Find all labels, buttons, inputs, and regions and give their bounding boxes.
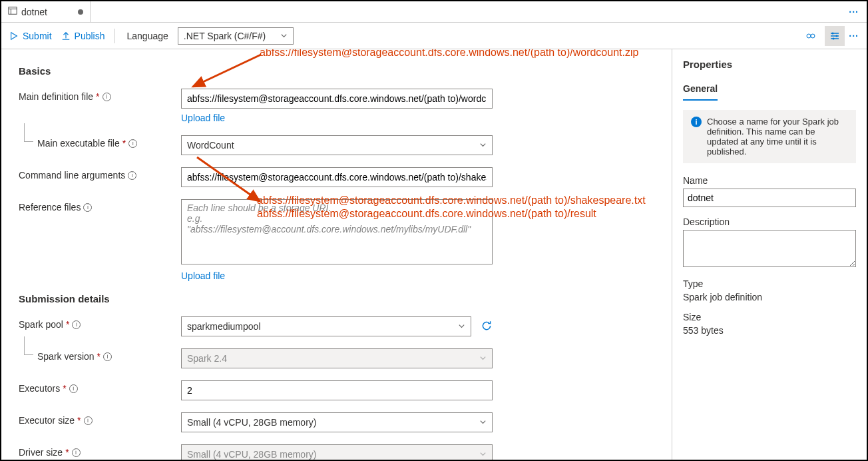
executor-size-label: Executor size*i xyxy=(19,412,181,426)
executor-size-select[interactable]: Small (4 vCPU, 28GB memory) xyxy=(181,412,493,432)
tab-overflow-menu[interactable]: ··· xyxy=(841,7,867,17)
info-icon: i xyxy=(691,117,702,127)
spark-version-label: Spark version*i xyxy=(19,348,181,362)
main-executable-file-label: Main executable file*i xyxy=(19,135,181,149)
info-icon[interactable]: i xyxy=(69,384,78,393)
spark-pool-select[interactable]: sparkmediumpool xyxy=(181,316,471,336)
info-icon[interactable]: i xyxy=(128,171,136,180)
description-textarea[interactable] xyxy=(683,230,856,267)
description-label: Description xyxy=(683,217,856,227)
info-icon[interactable]: i xyxy=(103,352,112,361)
svg-rect-0 xyxy=(9,7,17,15)
upload-file-link[interactable]: Upload file xyxy=(181,113,225,123)
toolbar: Submit Publish Language .NET Spark (C#/F… xyxy=(1,23,867,49)
svg-point-6 xyxy=(832,32,834,34)
command-line-arguments-input[interactable] xyxy=(181,167,493,187)
info-icon[interactable]: i xyxy=(84,416,93,425)
main-executable-file-select[interactable]: WordCount xyxy=(181,135,493,155)
spark-pool-label: Spark pool*i xyxy=(19,316,181,330)
type-value: Spark job definition xyxy=(683,292,856,302)
executors-input[interactable] xyxy=(181,380,493,400)
main-definition-file-input[interactable] xyxy=(181,89,493,109)
tab-title: dotnet xyxy=(21,7,47,17)
chevron-down-icon xyxy=(479,449,487,460)
command-line-arguments-label: Command line argumentsi xyxy=(19,167,181,181)
reference-files-label: Reference filesi xyxy=(19,199,181,213)
chevron-down-icon xyxy=(280,31,288,41)
tab-bar: dotnet ··· xyxy=(1,1,867,23)
svg-marker-3 xyxy=(11,32,17,39)
name-label: Name xyxy=(683,175,856,186)
submission-heading: Submission details xyxy=(19,293,654,304)
info-icon[interactable]: i xyxy=(72,320,81,329)
svg-point-7 xyxy=(836,35,838,37)
publish-button[interactable]: Publish xyxy=(61,31,105,41)
svg-point-5 xyxy=(811,34,815,38)
submit-button[interactable]: Submit xyxy=(9,31,52,41)
svg-point-8 xyxy=(833,37,835,39)
executors-label: Executors*i xyxy=(19,380,181,394)
tab-general[interactable]: General xyxy=(683,79,718,101)
spark-job-icon xyxy=(8,6,17,17)
reference-files-textarea[interactable] xyxy=(181,199,493,264)
spark-version-select: Spark 2.4 xyxy=(181,348,493,368)
upload-file-link-2[interactable]: Upload file xyxy=(181,270,225,281)
chevron-down-icon xyxy=(479,353,487,364)
more-menu[interactable]: ··· xyxy=(849,31,859,41)
properties-toggle-button[interactable] xyxy=(825,26,845,46)
basics-heading: Basics xyxy=(19,65,654,77)
properties-panel: Properties General i Choose a name for y… xyxy=(672,49,867,460)
name-input[interactable] xyxy=(683,189,856,207)
svg-point-4 xyxy=(807,34,811,38)
properties-title: Properties xyxy=(683,59,856,70)
driver-size-select: Small (4 vCPU, 28GB memory) xyxy=(181,444,493,460)
annotation-text: abfss://filesystem@storageaccount.dfs.co… xyxy=(260,49,638,59)
main-definition-file-label: Main definition file*i xyxy=(19,89,181,102)
chevron-down-icon xyxy=(458,321,465,332)
refresh-button[interactable] xyxy=(481,320,493,334)
info-banner: i Choose a name for your Spark job defin… xyxy=(683,110,856,163)
language-select[interactable]: .NET Spark (C#/F#) xyxy=(178,27,294,45)
driver-size-label: Driver size*i xyxy=(19,444,181,458)
chevron-down-icon xyxy=(479,417,487,428)
type-label: Type xyxy=(683,278,856,289)
unsaved-indicator-icon xyxy=(78,9,83,15)
chevron-down-icon xyxy=(479,140,487,151)
size-value: 553 bytes xyxy=(683,325,856,336)
document-tab[interactable]: dotnet xyxy=(1,1,91,22)
info-icon[interactable]: i xyxy=(83,203,92,212)
form-area: Basics Main definition file*i Upload fil… xyxy=(1,49,672,460)
view-icon-button[interactable] xyxy=(801,26,821,46)
info-icon[interactable]: i xyxy=(72,448,81,457)
info-icon[interactable]: i xyxy=(103,93,111,101)
info-icon[interactable]: i xyxy=(128,139,137,148)
size-label: Size xyxy=(683,312,856,322)
language-label: Language xyxy=(127,31,168,41)
